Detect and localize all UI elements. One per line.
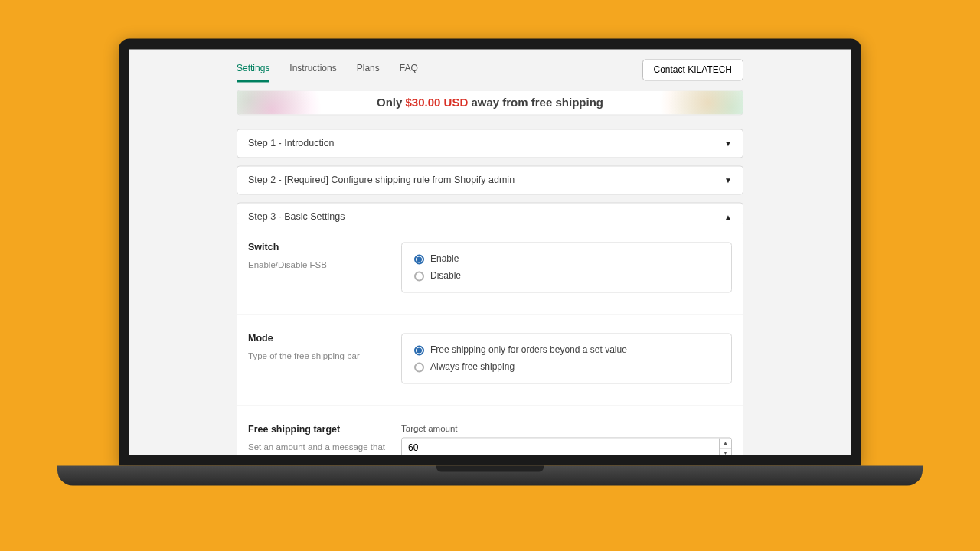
step-1-header[interactable]: Step 1 - Introduction ▼: [237, 129, 743, 158]
mode-beyond-label: Free shipping only for orders beyond a s…: [430, 344, 627, 355]
banner-amount: $30.00 USD: [406, 96, 469, 109]
radio-icon: [414, 362, 424, 372]
switch-disable-option[interactable]: Disable: [414, 270, 719, 281]
step-3-title: Step 3 - Basic Settings: [248, 211, 345, 222]
switch-desc: Enable/Disable FSB: [248, 259, 390, 271]
nav-tabs: Settings Instructions Plans FAQ: [237, 57, 418, 82]
contact-button[interactable]: Contact KILATECH: [642, 59, 743, 80]
mode-beyond-option[interactable]: Free shipping only for orders beyond a s…: [414, 344, 719, 355]
tab-plans[interactable]: Plans: [357, 57, 380, 82]
step-1-title: Step 1 - Introduction: [248, 138, 335, 148]
radio-icon: [414, 271, 424, 281]
switch-enable-option[interactable]: Enable: [414, 253, 719, 264]
target-title: Free shipping target: [248, 424, 390, 435]
target-desc: Set an amount and a message that you wis…: [248, 441, 390, 455]
radio-icon: [414, 345, 424, 355]
spinner-up-icon[interactable]: ▲: [720, 438, 731, 448]
top-bar: Settings Instructions Plans FAQ Contact …: [237, 57, 743, 82]
laptop-base: [57, 465, 923, 485]
mode-title: Mode: [248, 333, 390, 344]
switch-enable-label: Enable: [430, 253, 459, 264]
caret-down-icon: ▼: [724, 176, 732, 184]
step-3-panel: Switch Enable/Disable FSB Enable: [237, 223, 743, 455]
target-amount-label: Target amount: [401, 424, 732, 433]
step-2-title: Step 2 - [Required] Configure shipping r…: [248, 174, 514, 185]
mode-desc: Type of the free shipping bar: [248, 350, 390, 362]
laptop-mockup: Settings Instructions Plans FAQ Contact …: [119, 38, 861, 485]
step-2-header[interactable]: Step 2 - [Required] Configure shipping r…: [237, 165, 743, 194]
spinner-down-icon[interactable]: ▼: [720, 448, 731, 455]
banner-prefix: Only: [377, 96, 406, 109]
mode-always-label: Always free shipping: [430, 361, 514, 372]
switch-title: Switch: [248, 242, 390, 253]
radio-icon: [414, 254, 424, 264]
free-shipping-banner: Only $30.00 USD away from free shipping: [237, 90, 743, 115]
mode-always-option[interactable]: Always free shipping: [414, 361, 719, 372]
tab-instructions[interactable]: Instructions: [289, 57, 336, 82]
switch-disable-label: Disable: [430, 270, 461, 281]
target-amount-input[interactable]: [402, 438, 719, 455]
tab-faq[interactable]: FAQ: [400, 57, 418, 82]
tab-settings[interactable]: Settings: [237, 57, 270, 82]
caret-up-icon: ▲: [724, 213, 732, 221]
caret-down-icon: ▼: [724, 139, 732, 148]
banner-suffix: away from free shipping: [468, 96, 603, 109]
